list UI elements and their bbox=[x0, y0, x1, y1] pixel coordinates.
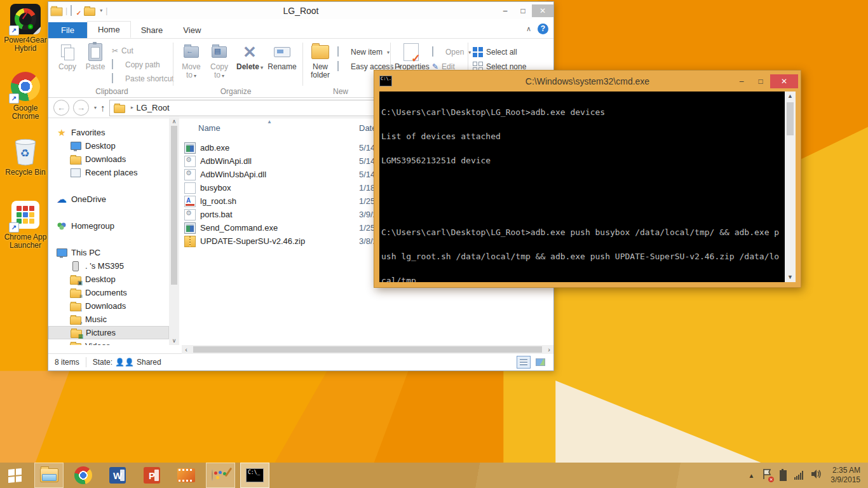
taskbar-paint-button[interactable] bbox=[206, 463, 235, 488]
tab-file[interactable]: File bbox=[48, 22, 87, 38]
tab-share[interactable]: Share bbox=[131, 22, 173, 38]
rename-button[interactable]: Rename bbox=[266, 41, 299, 71]
chevron-down-icon[interactable]: ▾ bbox=[100, 8, 102, 13]
scroll-up-icon[interactable]: ∧ bbox=[172, 117, 177, 126]
chevron-down-icon: ▾ bbox=[468, 50, 471, 55]
scroll-down-icon[interactable]: ▼ bbox=[787, 273, 793, 282]
separator: | bbox=[105, 6, 107, 15]
desktop-icon-power4gear[interactable]: ↗ Power4Gear Hybrid bbox=[1, 4, 50, 53]
horizontal-scrollbar[interactable]: ‹ › bbox=[182, 345, 553, 354]
scroll-left-icon[interactable]: ‹ bbox=[182, 346, 191, 353]
scroll-up-icon[interactable]: ▲ bbox=[787, 92, 793, 101]
maximize-button[interactable]: □ bbox=[514, 4, 532, 17]
nav-pc-desktop[interactable]: ▣Desktop bbox=[48, 273, 169, 286]
nav-recent-places[interactable]: Recent places bbox=[48, 166, 169, 179]
scrollbar-thumb[interactable] bbox=[171, 126, 177, 285]
forward-button[interactable]: → bbox=[73, 100, 89, 116]
maximize-button[interactable]: □ bbox=[751, 74, 770, 88]
nav-downloads[interactable]: ↓Downloads bbox=[48, 152, 169, 166]
nav-favorites[interactable]: ★Favorites bbox=[48, 126, 169, 139]
battery-icon[interactable] bbox=[780, 470, 787, 481]
column-header-name[interactable]: Name bbox=[198, 123, 220, 133]
help-icon[interactable]: ? bbox=[538, 24, 548, 34]
windows-logo-icon bbox=[8, 468, 22, 482]
nav-pictures[interactable]: ▦Pictures bbox=[48, 326, 169, 339]
nav-homegroup[interactable]: Homegroup bbox=[48, 219, 169, 233]
close-button[interactable]: ✕ bbox=[770, 74, 798, 88]
nav-documents[interactable]: ≡Documents bbox=[48, 286, 169, 299]
delete-button[interactable]: ✕ Delete▾ bbox=[236, 41, 264, 72]
copy-button[interactable]: Copy bbox=[53, 41, 81, 71]
volume-icon[interactable] bbox=[811, 469, 823, 482]
taskbar-explorer-button[interactable] bbox=[34, 463, 64, 488]
nav-music[interactable]: ♪Music bbox=[48, 313, 169, 326]
easy-access-icon bbox=[337, 62, 348, 72]
scroll-right-icon[interactable]: › bbox=[545, 346, 553, 353]
folder-icon[interactable] bbox=[51, 7, 63, 16]
tray-expand-icon[interactable]: ▲ bbox=[748, 472, 754, 479]
nav-scrollbar[interactable]: ∧ ∨ bbox=[169, 117, 179, 345]
minimize-button[interactable]: – bbox=[732, 74, 751, 88]
back-button[interactable]: ← bbox=[53, 100, 69, 116]
history-dropdown-icon[interactable]: ▾ bbox=[94, 105, 97, 111]
taskbar-moviemaker-button[interactable] bbox=[172, 463, 201, 488]
desktop-icon-chrome-app-launcher[interactable]: ↗ Chrome App Launcher bbox=[1, 200, 50, 250]
new-folder-quick-icon[interactable] bbox=[84, 8, 95, 16]
rename-icon bbox=[274, 47, 290, 57]
nav-videos[interactable]: ▥Videos bbox=[48, 339, 169, 345]
nav-desktop[interactable]: Desktop bbox=[48, 139, 169, 152]
copy-to-button[interactable]: ▤ Copy to▾ bbox=[205, 41, 233, 80]
copy-path-button[interactable]: Copy path bbox=[112, 58, 160, 72]
window-title: LG_Root bbox=[48, 6, 553, 16]
nav-phone-ms395[interactable]: . 's MS395 bbox=[48, 259, 169, 273]
scrollbar-thumb[interactable] bbox=[193, 346, 542, 353]
paste-shortcut-button[interactable]: Paste shortcut bbox=[112, 72, 174, 86]
cut-button[interactable]: ✂Cut bbox=[112, 44, 133, 58]
taskbar-chrome-button[interactable] bbox=[69, 463, 98, 488]
select-all-button[interactable]: Select all bbox=[473, 45, 517, 59]
close-button[interactable]: ✕ bbox=[532, 4, 553, 17]
scrollbar-thumb[interactable] bbox=[787, 102, 794, 135]
properties-button[interactable]: Properties bbox=[395, 41, 428, 71]
nav-pc-downloads[interactable]: ↓Downloads bbox=[48, 299, 169, 313]
details-view-button[interactable] bbox=[517, 356, 531, 369]
tab-view[interactable]: View bbox=[173, 22, 211, 38]
homegroup-icon bbox=[56, 221, 67, 231]
open-button[interactable]: Open▾ bbox=[432, 45, 471, 59]
nav-this-pc[interactable]: This PC bbox=[48, 246, 169, 259]
action-center-flag-icon[interactable]: ✕ bbox=[762, 468, 772, 482]
scroll-down-icon[interactable]: ∨ bbox=[172, 336, 177, 345]
tab-home[interactable]: Home bbox=[87, 21, 131, 38]
minimize-ribbon-icon[interactable]: ∧ bbox=[526, 25, 531, 33]
taskbar-powerpoint-button[interactable]: P bbox=[137, 463, 166, 488]
start-button[interactable] bbox=[0, 463, 29, 488]
icons-view-button[interactable] bbox=[533, 356, 547, 369]
folder-icon bbox=[114, 105, 125, 113]
properties-quick-icon[interactable]: ✓ bbox=[71, 6, 81, 16]
cmd-scrollbar[interactable]: ▲ ▼ bbox=[785, 92, 796, 282]
explorer-title-bar[interactable]: | ✓ ▾ | LG_Root – □ ✕ bbox=[48, 2, 553, 19]
taskbar-word-button[interactable]: W bbox=[103, 463, 132, 488]
minimize-button[interactable]: – bbox=[496, 4, 514, 17]
taskbar-clock[interactable]: 2:35 AM 3/9/2015 bbox=[831, 466, 860, 485]
cmd-title-bar[interactable]: C:\. C:\Windows\system32\cmd.exe – □ ✕ bbox=[374, 71, 801, 92]
network-signal-icon[interactable] bbox=[794, 471, 803, 480]
desktop-icon-recycle-bin[interactable]: ♻ Recycle Bin bbox=[1, 136, 50, 177]
new-item-button[interactable]: New item▾ bbox=[337, 45, 390, 59]
cmd-system-icon[interactable]: C:\. bbox=[379, 76, 392, 86]
cmd-console[interactable]: C:\Users\carl\Desktop\LG_Root>adb.exe de… bbox=[379, 92, 796, 282]
exe-file-icon bbox=[184, 142, 196, 154]
error-badge: ✕ bbox=[768, 477, 774, 482]
up-button[interactable]: ↑ bbox=[100, 102, 105, 113]
console-output: C:\Users\carl\Desktop\LG_Root>adb.exe de… bbox=[379, 92, 785, 282]
nav-onedrive[interactable]: ☁OneDrive bbox=[48, 193, 169, 206]
breadcrumb-folder[interactable]: LG_Root bbox=[137, 103, 170, 112]
new-folder-icon bbox=[311, 45, 329, 59]
taskbar-cmd-button[interactable]: C:\_ bbox=[240, 463, 269, 488]
new-folder-button[interactable]: New folder bbox=[306, 41, 334, 79]
move-to-button[interactable]: ← Move to▾ bbox=[177, 41, 205, 80]
desktop-icon-chrome[interactable]: ↗ Google Chrome bbox=[1, 71, 50, 121]
monitor-icon bbox=[70, 141, 81, 151]
paste-button[interactable]: Paste bbox=[81, 41, 109, 71]
group-separator bbox=[173, 43, 173, 86]
